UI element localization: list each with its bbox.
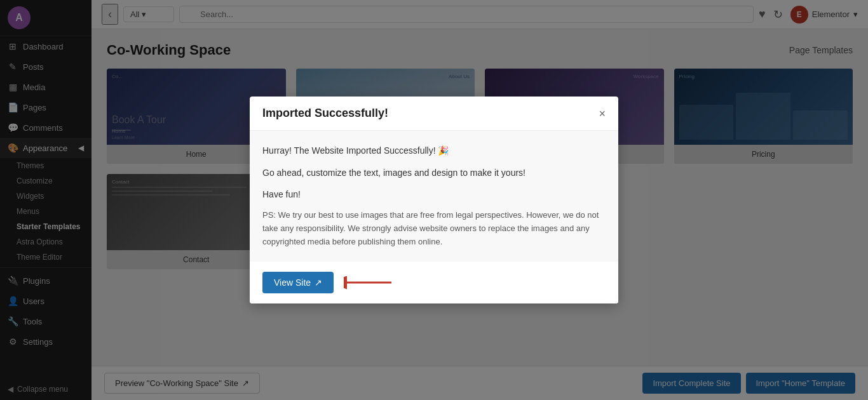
modal-line2: Go ahead, customize the text, images and… xyxy=(262,166,606,180)
modal-header: Imported Successfully! × xyxy=(250,97,618,131)
view-site-label: View Site xyxy=(274,277,311,288)
modal-overlay[interactable]: Imported Successfully! × Hurray! The Web… xyxy=(0,0,868,400)
red-arrow-svg xyxy=(344,273,395,292)
view-site-external-icon: ↗ xyxy=(315,277,322,288)
modal-title: Imported Successfully! xyxy=(262,107,388,120)
modal-footer: View Site ↗ xyxy=(250,262,618,303)
modal-line1: Hurray! The Website Imported Successfull… xyxy=(262,143,606,157)
modal-line3: Have fun! xyxy=(262,187,606,201)
modal-ps-text: PS: We try our best to use images that a… xyxy=(262,209,606,248)
modal-close-button[interactable]: × xyxy=(599,108,606,119)
modal-body: Hurray! The Website Imported Successfull… xyxy=(250,131,618,262)
arrow-indicator xyxy=(344,273,395,292)
view-site-button[interactable]: View Site ↗ xyxy=(262,272,334,293)
import-success-modal: Imported Successfully! × Hurray! The Web… xyxy=(250,97,618,303)
